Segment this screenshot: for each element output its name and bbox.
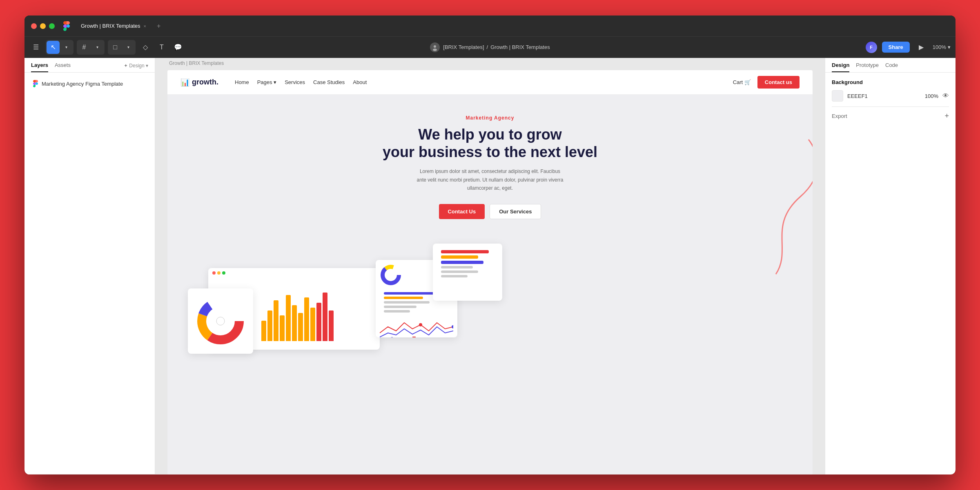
close-button[interactable] <box>31 23 37 29</box>
background-opacity[interactable]: 100% <box>925 93 938 99</box>
frame-icon: # <box>82 44 86 51</box>
website-preview: 📊 growth. Home Pages ▾ Services Case Stu… <box>167 70 813 474</box>
chevron-down-icon-2: ▾ <box>96 45 98 49</box>
tab-area: Growth | BRIX Templates × + <box>75 20 949 31</box>
background-color-hex[interactable]: EEEEF1 <box>847 93 921 99</box>
left-panel: Layers Assets ✦ Design ▾ <box>24 58 155 474</box>
text-line-5 <box>384 310 410 313</box>
nav-cta-button[interactable]: Contact us <box>757 76 800 89</box>
play-button[interactable]: ▶ <box>915 41 928 54</box>
text-tool-button[interactable]: T <box>155 41 168 54</box>
add-tab-button[interactable]: + <box>154 21 164 31</box>
zoom-chevron-icon: ▾ <box>948 44 951 50</box>
hero-title-line2: your business to the next level <box>176 143 804 161</box>
svg-point-1 <box>434 45 436 48</box>
breadcrumb-org: [BRIX Templates] <box>443 44 484 50</box>
frame-tool-button[interactable]: # <box>78 41 91 54</box>
bar-9 <box>310 308 315 341</box>
svg-point-17 <box>452 325 453 328</box>
play-icon: ▶ <box>919 43 924 51</box>
canvas-area[interactable]: 📊 growth. Home Pages ▾ Services Case Stu… <box>155 58 825 474</box>
text-icon: T <box>160 44 164 51</box>
bar-6 <box>292 305 297 341</box>
text-line-3 <box>384 301 430 304</box>
hero-subtitle: Marketing Agency <box>176 115 804 121</box>
shape-tool-dropdown[interactable]: ▾ <box>122 41 135 54</box>
user-avatar <box>430 42 440 52</box>
cursor-icon: ↖ <box>51 43 56 51</box>
tab-close-icon[interactable]: × <box>143 24 146 29</box>
our-services-button[interactable]: Our Services <box>490 204 541 219</box>
export-label: Export <box>832 113 847 119</box>
frame-tool-dropdown[interactable]: ▾ <box>91 41 104 54</box>
layer-item-label: Marketing Agency Figma Template <box>42 81 123 87</box>
zoom-control[interactable]: 100% ▾ <box>933 44 951 50</box>
design-frame: 📊 growth. Home Pages ▾ Services Case Stu… <box>167 70 813 474</box>
design-label[interactable]: ✦ Design ▾ <box>124 63 148 69</box>
hamburger-menu-button[interactable]: ☰ <box>29 41 42 54</box>
design-tab[interactable]: Design <box>832 62 849 72</box>
bar-5 <box>286 295 291 341</box>
bar-7 <box>298 313 303 341</box>
card4-line-1 <box>441 250 489 253</box>
shape-tool-button[interactable]: □ <box>109 41 122 54</box>
nav-about[interactable]: About <box>353 79 367 85</box>
comment-tool-button[interactable]: 💬 <box>172 41 185 54</box>
card4-line-2 <box>441 255 478 259</box>
cursor-tool-dropdown[interactable]: ▾ <box>60 41 73 54</box>
assets-tab[interactable]: Assets <box>55 62 71 72</box>
frame-label: Growth | BRIX Templates <box>169 60 224 66</box>
pen-tool-button[interactable]: ◇ <box>139 41 152 54</box>
background-section-title: Background <box>832 79 949 85</box>
card-dots-1 <box>208 268 380 278</box>
panel-content: Marketing Agency Figma Template <box>24 73 155 474</box>
text-line-1 <box>384 292 436 295</box>
hero-buttons: Contact Us Our Services <box>176 204 804 219</box>
nav-case-studies[interactable]: Case Studies <box>313 79 345 85</box>
shape-tool-group: □ ▾ <box>108 40 136 55</box>
export-add-icon[interactable]: + <box>944 112 949 120</box>
layer-figma-icon <box>33 80 38 87</box>
tab-label: Growth | BRIX Templates <box>81 23 140 29</box>
card4-line-6 <box>441 275 468 277</box>
hamburger-icon: ☰ <box>33 43 39 51</box>
layers-tab[interactable]: Layers <box>31 62 48 72</box>
bar-3 <box>274 300 278 341</box>
chevron-down-icon-3: ▾ <box>127 45 129 49</box>
donut-chart-2-svg <box>196 297 245 346</box>
wave-chart-svg <box>380 319 453 337</box>
site-logo: 📊 growth. <box>180 78 218 87</box>
contact-us-button[interactable]: Contact Us <box>439 204 485 219</box>
right-panel: Design Prototype Code Background EEEEF1 … <box>825 58 956 474</box>
frame-tool-group: # ▾ <box>77 40 105 55</box>
nav-services[interactable]: Services <box>285 79 305 85</box>
code-tab[interactable]: Code <box>885 62 898 72</box>
text-line-2 <box>384 297 423 299</box>
nav-pages[interactable]: Pages ▾ <box>257 79 276 85</box>
nav-cart[interactable]: Cart 🛒 <box>733 79 751 85</box>
prototype-tab[interactable]: Prototype <box>856 62 879 72</box>
chart-card-2 <box>188 288 253 354</box>
visibility-icon[interactable]: 👁 <box>942 92 949 100</box>
minimize-button[interactable] <box>40 23 46 29</box>
layer-item[interactable]: Marketing Agency Figma Template <box>29 78 150 90</box>
titlebar: Growth | BRIX Templates × + <box>24 16 956 37</box>
active-tab[interactable]: Growth | BRIX Templates × <box>75 20 152 31</box>
breadcrumb-sep: / <box>487 44 488 50</box>
share-button[interactable]: Share <box>882 42 910 53</box>
nav-home[interactable]: Home <box>235 79 249 85</box>
breadcrumb-file[interactable]: Growth | BRIX Templates <box>490 44 550 50</box>
shape-icon: □ <box>113 44 117 51</box>
card-dot-yellow <box>217 271 220 275</box>
hero-description: Lorem ipsum dolor sit amet, consectetur … <box>416 167 564 192</box>
logo-chart-icon: 📊 <box>180 78 189 87</box>
maximize-button[interactable] <box>49 23 55 29</box>
svg-point-18 <box>391 337 393 337</box>
background-color-swatch[interactable] <box>832 90 843 102</box>
cursor-tool-button[interactable]: ↖ <box>47 41 60 54</box>
toolbar-center: [BRIX Templates] / Growth | BRIX Templat… <box>337 42 643 52</box>
bar-4 <box>280 315 285 341</box>
main-area: Layers Assets ✦ Design ▾ <box>24 58 956 474</box>
traffic-lights <box>31 23 55 29</box>
background-color-row: EEEEF1 100% 👁 <box>832 90 949 102</box>
